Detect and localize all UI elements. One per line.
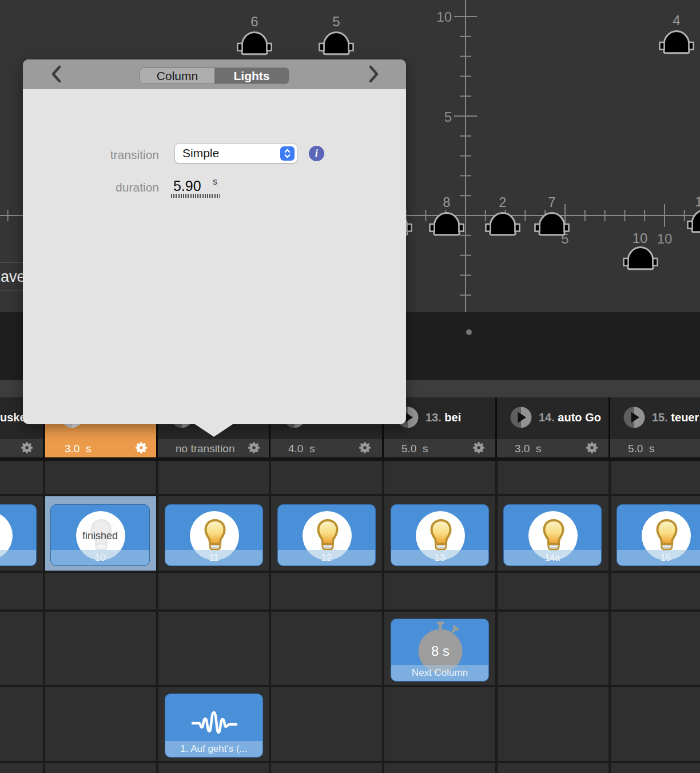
svg-text:7: 7 [548,194,555,210]
svg-text:5: 5 [332,14,340,29]
svg-text:10: 10 [436,9,452,25]
svg-text:1: 1 [695,194,700,209]
svg-text:10: 10 [657,231,673,246]
svg-text:6: 6 [250,14,258,29]
svg-text:2: 2 [499,194,506,210]
svg-text:8: 8 [443,194,450,210]
svg-text:10: 10 [633,230,648,246]
svg-text:4: 4 [673,13,680,28]
svg-text:8 s: 8 s [431,643,450,659]
svg-text:5: 5 [444,109,452,125]
